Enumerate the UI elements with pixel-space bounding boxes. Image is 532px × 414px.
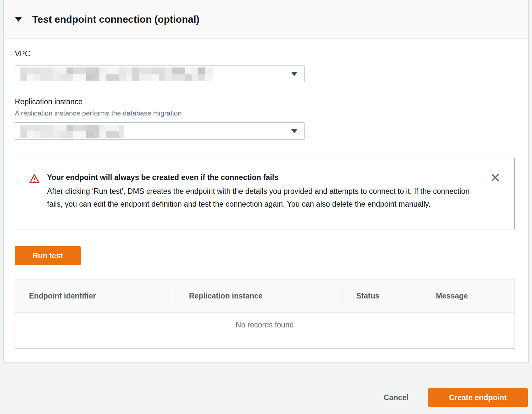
replication-instance-label: Replication instance [15,97,83,107]
empty-state-text: No records found [236,320,294,348]
column-header-replication-instance: Replication instance [175,280,342,312]
cancel-button[interactable]: Cancel [384,393,409,402]
vpc-select[interactable] [15,65,305,82]
caret-down-icon [291,129,298,133]
section-title: Test endpoint connection (optional) [32,14,200,24]
form-footer-actions: Cancel Create endpoint [384,388,528,407]
endpoint-warning-alert: Your endpoint will always be created eve… [15,158,515,229]
warning-text-block: Your endpoint will always be created eve… [47,172,475,211]
column-header-status: Status [342,280,422,312]
create-endpoint-button[interactable]: Create endpoint [428,388,528,407]
test-endpoint-connection-panel: Test endpoint connection (optional) VPC … [3,0,529,362]
table-header-row: Endpoint identifier Replication instance… [15,280,514,313]
column-header-message: Message [422,280,514,312]
connection-results-table: Endpoint identifier Replication instance… [15,279,515,349]
column-header-endpoint-identifier: Endpoint identifier [15,280,175,312]
table-body: No records found [15,313,514,348]
warning-triangle-icon [29,173,40,186]
warning-body: After clicking 'Run test', DMS creates t… [47,185,475,211]
run-test-button[interactable]: Run test [15,246,81,265]
vpc-label: VPC [15,49,30,59]
replication-instance-description: A replication instance performs the data… [15,109,182,117]
section-header[interactable]: Test endpoint connection (optional) [4,0,528,39]
warning-title: Your endpoint will always be created eve… [47,172,475,182]
close-icon[interactable] [490,172,501,183]
redacted-vpc-value [20,67,213,81]
collapse-triangle-icon[interactable] [15,17,22,22]
replication-instance-select[interactable] [15,122,305,140]
caret-down-icon [291,72,298,76]
redacted-replication-instance-value [20,125,124,138]
